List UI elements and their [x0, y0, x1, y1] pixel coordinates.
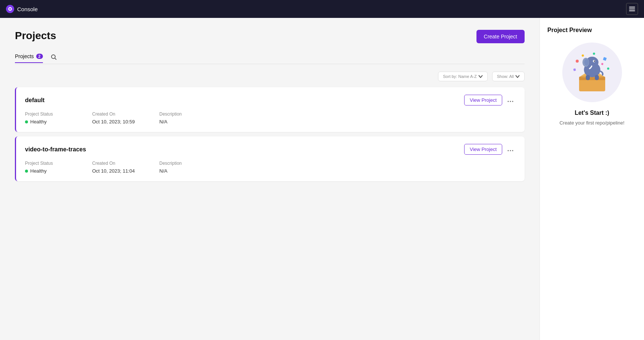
- show-filter[interactable]: Show: All: [492, 72, 525, 81]
- svg-rect-2: [629, 9, 635, 9]
- svg-line-5: [55, 58, 56, 60]
- project-status-value-default: Healthy: [25, 119, 92, 125]
- more-dots-icon-vtft: [507, 150, 513, 151]
- project-status-col-default: Project Status Healthy: [25, 111, 92, 125]
- page-header: Projects Create Project: [15, 30, 525, 43]
- create-project-button[interactable]: Create Project: [476, 30, 525, 43]
- project-meta-vtft: Project Status Healthy Created On Oct 10…: [25, 161, 516, 174]
- project-created-value-default: Oct 10, 2023; 10:59: [92, 119, 159, 125]
- status-dot-vtft: [25, 170, 28, 173]
- tab-projects-badge: 2: [36, 54, 43, 59]
- tab-projects[interactable]: Projects 2: [15, 53, 43, 63]
- sort-chevron-icon: [478, 75, 483, 78]
- project-created-col-default: Created On Oct 10, 2023; 10:59: [92, 111, 159, 125]
- project-desc-col-default: Description N/A: [159, 111, 516, 125]
- main-layout: Projects Create Project Projects 2: [0, 18, 644, 340]
- svg-rect-3: [629, 10, 635, 11]
- app-logo: [6, 5, 14, 13]
- project-desc-label-default: Description: [159, 111, 516, 117]
- tab-projects-label: Projects: [15, 53, 34, 59]
- project-name-default: default: [25, 97, 44, 104]
- svg-rect-19: [601, 63, 603, 65]
- preview-title: Project Preview: [547, 27, 592, 34]
- project-created-label-default: Created On: [92, 111, 159, 117]
- show-filter-label: Show: All: [497, 74, 514, 79]
- project-actions-default: View Project: [464, 95, 516, 106]
- topbar: Console: [0, 0, 644, 18]
- project-desc-value-vtft: N/A: [159, 168, 516, 174]
- svg-point-6: [508, 101, 509, 102]
- project-desc-col-vtft: Description N/A: [159, 161, 516, 174]
- svg-point-10: [510, 150, 511, 151]
- svg-point-26: [594, 61, 595, 62]
- svg-point-18: [582, 54, 584, 57]
- svg-rect-27: [586, 75, 590, 80]
- project-status-text-default: Healthy: [30, 119, 47, 125]
- svg-point-7: [510, 101, 511, 102]
- svg-point-24: [584, 59, 589, 66]
- project-desc-value-default: N/A: [159, 119, 516, 125]
- svg-rect-1: [629, 7, 635, 7]
- elephant-illustration: [562, 42, 622, 102]
- project-status-label-vtft: Project Status: [25, 161, 92, 166]
- filter-row: Sort by: Name A-Z Show: All: [15, 72, 525, 81]
- view-project-button-default[interactable]: View Project: [464, 95, 502, 106]
- menu-button[interactable]: [626, 3, 638, 15]
- project-card-header-default: default View Project: [25, 95, 516, 106]
- tabs-left: Projects 2: [15, 52, 59, 64]
- project-status-label-default: Project Status: [25, 111, 92, 117]
- lets-start-title: Let's Start :): [575, 110, 609, 116]
- project-created-value-vtft: Oct 10, 2023; 11:04: [92, 168, 159, 174]
- svg-point-14: [576, 60, 579, 63]
- project-actions-vtft: View Project: [464, 144, 516, 155]
- svg-rect-13: [579, 77, 605, 80]
- more-options-button-default[interactable]: [505, 95, 516, 106]
- search-button[interactable]: [49, 52, 59, 64]
- project-desc-label-vtft: Description: [159, 161, 516, 166]
- project-status-text-vtft: Healthy: [30, 168, 47, 174]
- project-status-value-vtft: Healthy: [25, 168, 92, 174]
- view-project-button-vtft[interactable]: View Project: [464, 144, 502, 155]
- tabs-row: Projects 2: [15, 52, 525, 64]
- svg-rect-28: [595, 75, 599, 80]
- project-status-col-vtft: Project Status Healthy: [25, 161, 92, 174]
- project-card-default: default View Project Project Status: [15, 87, 525, 132]
- project-created-col-vtft: Created On Oct 10, 2023; 11:04: [92, 161, 159, 174]
- page-title: Projects: [15, 30, 56, 42]
- svg-point-16: [607, 67, 609, 70]
- svg-point-4: [51, 55, 55, 59]
- svg-point-20: [593, 53, 595, 55]
- project-card-vtft: video-to-frame-traces View Project Proje…: [15, 136, 525, 181]
- svg-point-8: [512, 101, 513, 102]
- sort-filter-label: Sort by: Name A-Z: [443, 74, 476, 79]
- svg-rect-17: [573, 68, 576, 71]
- svg-rect-15: [603, 57, 606, 61]
- show-chevron-icon: [515, 75, 520, 78]
- more-dots-icon: [507, 101, 513, 102]
- project-preview-sidebar: Project Preview: [540, 18, 644, 340]
- svg-point-9: [508, 150, 509, 151]
- project-meta-default: Project Status Healthy Created On Oct 10…: [25, 111, 516, 125]
- topbar-left: Console: [6, 5, 38, 13]
- project-name-vtft: video-to-frame-traces: [25, 146, 86, 153]
- svg-point-11: [512, 150, 513, 151]
- more-options-button-vtft[interactable]: [505, 144, 516, 155]
- lets-start-desc: Create your first repo/pipeline!: [559, 119, 624, 127]
- elephant-svg: [568, 48, 616, 97]
- app-title: Console: [17, 6, 38, 12]
- project-created-label-vtft: Created On: [92, 161, 159, 166]
- content-area: Projects Create Project Projects 2: [0, 18, 540, 340]
- status-dot-default: [25, 120, 28, 123]
- project-card-header-vtft: video-to-frame-traces View Project: [25, 144, 516, 155]
- sort-filter[interactable]: Sort by: Name A-Z: [438, 72, 487, 81]
